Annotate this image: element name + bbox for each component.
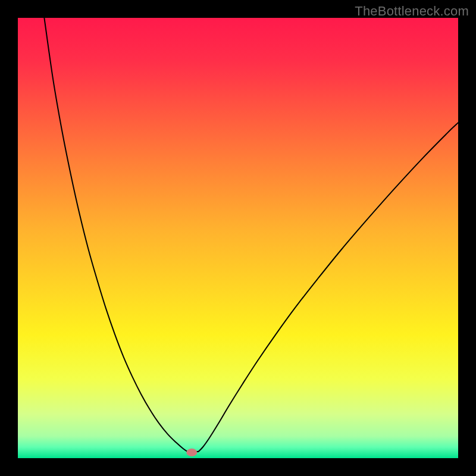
chart-frame: TheBottleneck.com: [0, 0, 476, 476]
chart-svg: [18, 18, 458, 458]
plot-area: [18, 18, 458, 458]
watermark-text: TheBottleneck.com: [355, 4, 469, 19]
optimum-marker: [186, 449, 197, 456]
